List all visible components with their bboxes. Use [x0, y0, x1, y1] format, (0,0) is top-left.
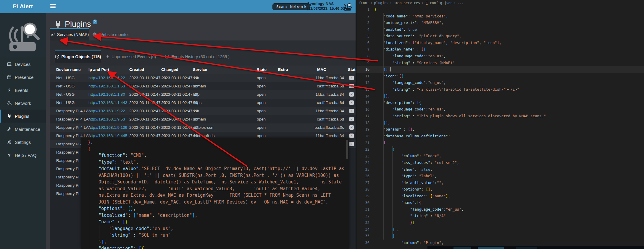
app-brand[interactable]: Pi.Alert	[0, 0, 46, 13]
column-header-status[interactable]: Status	[348, 66, 356, 74]
code-overlay[interactable]: },{ "function": "CMD", "type": "text", "…	[81, 138, 349, 249]
sidebar-item-devices[interactable]: Devices	[0, 58, 46, 71]
editor-line[interactable]: 1{	[356, 6, 644, 13]
editor-line[interactable]: 33 }]	[356, 219, 644, 226]
editor-line[interactable]: 22 {	[356, 146, 644, 153]
line-number: 14	[356, 94, 375, 98]
editor-line[interactable]: 19 "params" : [],	[356, 126, 644, 133]
sidebar-item-network[interactable]: Network	[0, 97, 46, 110]
editor-line[interactable]: 2 "code_name": "nmap_services",	[356, 13, 644, 20]
sidebar-toggle-icon[interactable]	[50, 4, 56, 9]
cell-device-name: Raspberry Pi 4 LAN	[56, 107, 91, 115]
editor-line[interactable]: 29 "localized": ["name"],	[356, 193, 644, 200]
ip-port-link[interactable]: http://192.168.1.9:53	[88, 117, 125, 121]
editor-line[interactable]: 36 "column": "Plugin",	[356, 240, 644, 246]
sidebar-item-events[interactable]: Events	[0, 84, 46, 97]
breadcrumb-item[interactable]: front	[359, 1, 369, 5]
cell-service: ssh	[193, 107, 199, 115]
editor-line[interactable]: 9 "string" : "Services (NMAP)"	[356, 60, 644, 66]
editor-line[interactable]: 10 }],	[356, 66, 644, 73]
editor-line[interactable]: 18 }],	[356, 120, 644, 126]
breadcrumb-item[interactable]: nmap_services	[393, 1, 420, 5]
status-checkbox[interactable]: ✓	[349, 134, 354, 138]
screen: Pi.Alert Scan: Network Synology-NAS (11/…	[0, 0, 644, 249]
column-header-created[interactable]: Created	[129, 66, 144, 74]
sidebar-item-maintenance[interactable]: Maintenance	[0, 123, 46, 136]
column-header-state[interactable]: State	[257, 66, 267, 74]
editor-line[interactable]: 34 } ,	[356, 226, 644, 233]
editor-line[interactable]: 4 "enabled": true,	[356, 26, 644, 33]
ip-port-link[interactable]: http://192.168.1.1:443	[88, 100, 127, 105]
table-row: Net - USGhttp://192.168.1.1:802023-03-11…	[50, 90, 356, 99]
ip-port-link[interactable]: http://192.168.1.1:22	[88, 76, 125, 80]
cell-service: domain	[193, 115, 206, 123]
tab-events-history[interactable]: Events History (50 out of 1265 )	[165, 51, 230, 63]
editor-line[interactable]: 24 "css_classes": "col-sm-2",	[356, 160, 644, 166]
column-header-changed[interactable]: Changed	[161, 66, 178, 74]
sidebar-item-presence[interactable]: Presence	[0, 71, 46, 84]
sidebar-item-help[interactable]: ? Help / FAQ	[0, 149, 46, 162]
status-checkbox[interactable]: ✓	[349, 125, 354, 130]
ip-port-link[interactable]: http://192.168.1.9:22	[88, 109, 125, 113]
sidebar-item-plugins[interactable]: Plugins	[0, 110, 46, 123]
column-header-extra[interactable]: Extra	[278, 66, 288, 74]
editor-line[interactable]: 8 "language_code":"en_us",	[356, 53, 644, 60]
cell-created: 2023-03-11 02:47:20	[129, 99, 166, 107]
sidebar-nav: Devices Presence Events Network Plugins …	[0, 58, 46, 162]
table-row: Net - USGhttp://192.168.1.1:4432023-03-1…	[50, 99, 356, 107]
ip-port-link[interactable]: http://192.168.1.9:139	[88, 125, 127, 130]
panel-divider	[356, 0, 356, 249]
tab-website-monitor[interactable]: Website monitor	[92, 29, 129, 40]
editor-line[interactable]: 6 "localized": ["display_name", "descrip…	[356, 40, 644, 46]
column-header-device-name[interactable]: Device name	[56, 66, 81, 74]
breadcrumb-item[interactable]: ...	[457, 1, 464, 5]
tab-unprocessed-events[interactable]: Unprocessed Events (0)	[106, 51, 156, 63]
config-editor[interactable]: front› plugins› nmap_services› {} config…	[356, 0, 644, 249]
editor-line[interactable]: 15 "description": [{	[356, 100, 644, 106]
plug-icon	[6, 114, 12, 118]
taskbar-sliver[interactable]	[427, 246, 644, 249]
tab-plugin-objects[interactable]: Plugin Objects (115)	[55, 51, 101, 63]
status-checkbox[interactable]: ✓	[349, 92, 354, 97]
editor-line[interactable]: 21 [	[356, 139, 644, 146]
editor-line[interactable]: 23 "column": "Index",	[356, 153, 644, 160]
editor-line[interactable]: 26 "type": "label",	[356, 173, 644, 180]
sidebar-item-settings[interactable]: Settings	[0, 136, 46, 149]
status-checkbox[interactable]: ✓	[349, 100, 354, 105]
ip-port-link[interactable]: http://192.168.1.1:80	[88, 92, 125, 97]
editor-line[interactable]: 5 "data_source": "pialert-db-query",	[356, 33, 644, 40]
line-number: 13	[356, 87, 375, 92]
editor-line[interactable]: 13 "string" : "<i class=\"fa-solid fa-sa…	[356, 86, 644, 93]
editor-line[interactable]: 20 "database_column_definitions":	[356, 133, 644, 140]
line-number: 31	[356, 207, 375, 211]
status-checkbox[interactable]: ✓	[349, 142, 354, 146]
editor-line[interactable]: 7 "display_name" : [{	[356, 46, 644, 53]
column-header-ip-and-port[interactable]: Ip and Port	[88, 66, 109, 74]
tab-services-nmap[interactable]: Services (NMAP)	[50, 29, 89, 40]
editor-line[interactable]: 32 "string" : "N/A"	[356, 213, 644, 219]
ip-port-link[interactable]: http://192.168.1.1:53	[88, 84, 125, 88]
editor-line[interactable]: 28 "options": [],	[356, 186, 644, 193]
overlay-scrollbar-thumb[interactable]	[346, 140, 348, 159]
editor-line[interactable]: 17 "string" : "This plugin shows all ser…	[356, 113, 644, 120]
editor-line[interactable]: 12 "language_code":"en_us",	[356, 79, 644, 86]
column-header-mac[interactable]: MAC	[317, 66, 326, 74]
status-checkbox[interactable]: ✓	[349, 84, 354, 88]
status-checkbox[interactable]: ✓	[349, 117, 354, 121]
breadcrumb-item[interactable]: plugins	[374, 1, 388, 5]
editor-line[interactable]: 25 "show": false,	[356, 166, 644, 173]
editor-line[interactable]: 3 "unique_prefix": "NMAPSRV",	[356, 19, 644, 26]
editor-line[interactable]: 11 "icon":[{	[356, 73, 644, 80]
editor-line[interactable]: 14 }],	[356, 93, 644, 100]
status-checkbox[interactable]: ✓	[349, 76, 354, 80]
ip-port-link[interactable]: http://192.168.1.9:445	[88, 134, 127, 138]
breadcrumb-item-file[interactable]: config.json	[430, 1, 452, 5]
editor-line[interactable]: 27 "default_value":"",	[356, 180, 644, 186]
editor-line[interactable]: 30 "name":[{	[356, 199, 644, 206]
editor-line[interactable]: 31 "language_code":"en_us",	[356, 206, 644, 213]
editor-line[interactable]: 16 "language_code":"en_us",	[356, 106, 644, 113]
editor-line[interactable]: 35 {	[356, 233, 644, 240]
status-checkbox[interactable]: ✓	[349, 109, 354, 113]
column-header-service[interactable]: Service	[193, 66, 207, 74]
help-badge[interactable]: ?	[93, 19, 97, 24]
